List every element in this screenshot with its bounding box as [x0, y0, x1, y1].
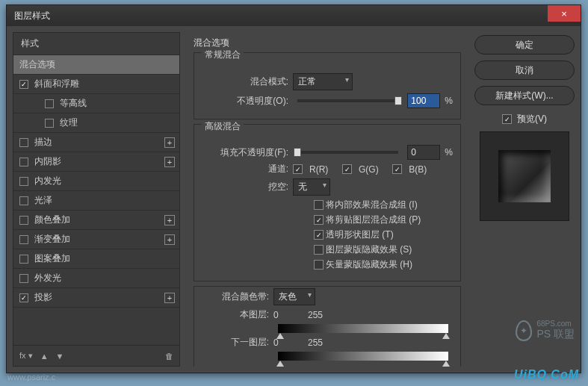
opacity-input[interactable]: 100	[407, 93, 440, 108]
slider-thumb-icon[interactable]	[294, 148, 301, 157]
sidebar-item-inner-glow[interactable]: 内发光	[13, 172, 179, 191]
marker-black-icon[interactable]	[276, 361, 284, 367]
add-icon[interactable]: +	[164, 215, 175, 225]
opt-label: 透明形状图层 (T)	[326, 228, 394, 241]
sidebar-item-blend-options[interactable]: 混合选项	[13, 55, 179, 75]
sidebar-item-outer-glow[interactable]: 外发光	[13, 269, 179, 288]
title-text: 图层样式	[14, 10, 50, 22]
checkbox-icon[interactable]	[19, 80, 28, 89]
under-hi-value: 255	[308, 337, 323, 348]
sidebar-footer: fx ▾ ▲ ▼ 🗑	[13, 345, 179, 366]
this-layer-label: 本图层:	[202, 308, 269, 321]
fill-opacity-input[interactable]: 0	[407, 145, 440, 160]
sidebar-item-bevel[interactable]: 斜面和浮雕	[13, 75, 179, 94]
knockout-label: 挖空:	[202, 181, 288, 193]
preview-swatch	[480, 131, 569, 221]
group-label: 高级混合	[202, 120, 244, 133]
move-down-icon[interactable]: ▼	[56, 352, 64, 361]
flame-icon: ✦	[516, 320, 532, 341]
checkbox-icon[interactable]	[45, 119, 54, 128]
sidebar-item-label: 渐变叠加	[34, 233, 70, 246]
sidebar-item-label: 内发光	[34, 175, 61, 187]
sidebar-item-drop-shadow[interactable]: 投影+	[13, 288, 179, 308]
checkbox-icon[interactable]	[19, 293, 28, 302]
channel-b-checkbox[interactable]	[392, 164, 402, 174]
sidebar-item-texture[interactable]: 纹理	[13, 113, 179, 133]
cancel-button[interactable]: 取消	[474, 60, 575, 80]
fill-opacity-label: 填充不透明度(F):	[202, 146, 288, 159]
options-panel: 混合选项 常规混合 混合模式: 正常 不透明度(O): 100 % 高级混合 填…	[186, 32, 468, 367]
advanced-blend-group: 高级混合 填充不透明度(F): 0 % 通道: R(R) G(G) B(B) 挖…	[194, 124, 461, 281]
footer-watermark: UiBQ.CoM	[514, 368, 579, 382]
preview-toggle[interactable]: 预览(V)	[474, 113, 575, 125]
opt-clip-checkbox[interactable]	[314, 215, 324, 225]
add-icon[interactable]: +	[164, 137, 175, 148]
sidebar-item-label: 外发光	[34, 272, 61, 284]
panel-title: 混合选项	[194, 37, 461, 49]
ok-button[interactable]: 确定	[474, 35, 575, 55]
channel-g-label: G(G)	[359, 164, 379, 175]
sidebar-item-gradient-overlay[interactable]: 渐变叠加+	[13, 230, 179, 249]
close-icon: ×	[561, 8, 567, 19]
sidebar-item-label: 等高线	[60, 97, 87, 110]
blendif-label: 混合颜色带:	[202, 290, 269, 303]
sidebar-item-label: 混合选项	[19, 58, 55, 71]
fill-opacity-slider[interactable]	[297, 151, 398, 154]
move-up-icon[interactable]: ▲	[40, 352, 49, 361]
sidebar-item-inner-shadow[interactable]: 内阴影+	[13, 152, 179, 172]
opt-label: 将剪贴图层混合成组 (P)	[326, 214, 421, 226]
preview-label: 预览(V)	[517, 113, 547, 125]
channel-r-checkbox[interactable]	[293, 164, 303, 174]
close-button[interactable]: ×	[548, 5, 581, 22]
opt-inner-checkbox[interactable]	[314, 200, 324, 210]
this-layer-gradient[interactable]	[278, 324, 448, 333]
titlebar[interactable]: 图层样式 ×	[7, 5, 581, 26]
blend-mode-select[interactable]: 正常	[293, 73, 353, 90]
opt-label: 图层蒙版隐藏效果 (S)	[326, 243, 412, 256]
checkbox-icon[interactable]	[19, 235, 28, 244]
checkbox-icon[interactable]	[19, 274, 28, 283]
under-layer-gradient[interactable]	[278, 352, 448, 361]
checkbox-icon[interactable]	[19, 158, 28, 166]
sidebar-item-label: 图案叠加	[34, 252, 70, 265]
channel-r-label: R(R)	[309, 164, 328, 175]
blendif-select[interactable]: 灰色	[273, 288, 315, 305]
new-style-button[interactable]: 新建样式(W)...	[474, 86, 575, 105]
opt-vectormask-checkbox[interactable]	[314, 260, 324, 270]
checkbox-icon[interactable]	[19, 196, 28, 205]
opt-layermask-checkbox[interactable]	[314, 245, 324, 255]
opt-label: 矢量蒙版隐藏效果 (H)	[326, 258, 412, 271]
add-icon[interactable]: +	[164, 234, 175, 245]
channel-b-label: B(B)	[409, 164, 427, 175]
add-icon[interactable]: +	[164, 293, 175, 303]
sidebar-header: 样式	[13, 33, 179, 55]
sidebar-item-satin[interactable]: 光泽	[13, 191, 179, 211]
slider-thumb-icon[interactable]	[394, 96, 402, 105]
preview-checkbox[interactable]	[502, 114, 512, 124]
checkbox-icon[interactable]	[19, 138, 28, 147]
this-hi-value: 255	[308, 310, 323, 320]
checkbox-icon[interactable]	[19, 255, 28, 264]
sidebar-item-label: 斜面和浮雕	[34, 78, 79, 90]
ps-watermark: www.psariz.c	[7, 373, 55, 382]
knockout-select[interactable]: 无	[293, 178, 330, 196]
checkbox-icon[interactable]	[19, 177, 28, 186]
sidebar-item-contour[interactable]: 等高线	[13, 94, 179, 113]
opacity-slider[interactable]	[297, 99, 398, 102]
sidebar-item-label: 投影	[34, 291, 52, 304]
sidebar-item-label: 描边	[34, 136, 52, 149]
checkbox-icon[interactable]	[45, 99, 54, 108]
add-icon[interactable]: +	[164, 157, 175, 167]
sidebar-item-stroke[interactable]: 描边+	[13, 133, 179, 152]
under-layer-label: 下一图层:	[202, 336, 269, 349]
channel-g-checkbox[interactable]	[342, 164, 352, 174]
marker-white-icon[interactable]	[442, 361, 450, 367]
fx-menu-icon[interactable]: fx ▾	[19, 351, 33, 361]
opt-transparency-checkbox[interactable]	[314, 230, 324, 240]
sidebar-item-label: 纹理	[60, 116, 78, 129]
sidebar-item-pattern-overlay[interactable]: 图案叠加	[13, 249, 179, 269]
trash-icon[interactable]: 🗑	[165, 352, 173, 361]
watermark-logo: ✦ 68PS.com PS 联盟	[516, 320, 575, 341]
sidebar-item-color-overlay[interactable]: 颜色叠加+	[13, 211, 179, 230]
checkbox-icon[interactable]	[19, 216, 28, 225]
